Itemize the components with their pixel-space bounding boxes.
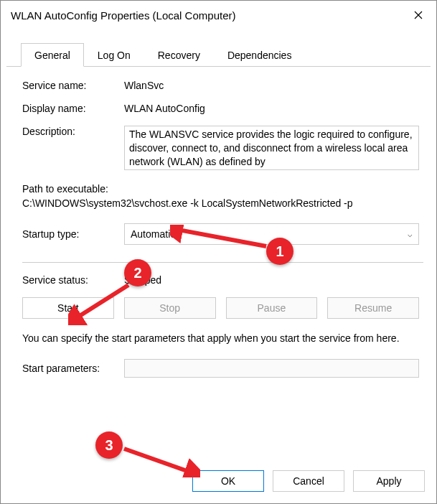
annotation-badge-2: 2 [124, 259, 151, 286]
ok-button[interactable]: OK [192, 470, 264, 492]
divider [22, 262, 423, 263]
display-name-label: Display name: [22, 103, 124, 114]
resume-button: Resume [327, 297, 419, 319]
service-name-label: Service name: [22, 80, 124, 91]
window-title: WLAN AutoConfig Properties (Local Comput… [11, 9, 402, 22]
display-name-value: WLAN AutoConfig [124, 103, 419, 114]
chevron-down-icon: ⌵ [408, 230, 413, 239]
pause-button: Pause [226, 297, 318, 319]
description-label: Description: [22, 126, 124, 137]
service-name-value: WlanSvc [124, 80, 419, 91]
dialog-footer: OK Cancel Apply [1, 460, 436, 503]
start-params-input[interactable] [124, 359, 419, 378]
tab-strip: General Log On Recovery Dependencies [6, 29, 431, 67]
stop-button: Stop [124, 297, 216, 319]
annotation-badge-3: 3 [95, 431, 123, 459]
properties-dialog: WLAN AutoConfig Properties (Local Comput… [0, 0, 437, 504]
apply-button[interactable]: Apply [353, 470, 425, 492]
startup-type-value: Automatic [131, 228, 175, 240]
startup-type-label: Startup type: [22, 228, 124, 240]
help-text: You can specify the start parameters tha… [22, 332, 419, 346]
tab-content: Service name: WlanSvc Display name: WLAN… [1, 67, 436, 460]
start-button[interactable]: Start [22, 297, 114, 319]
titlebar: WLAN AutoConfig Properties (Local Comput… [1, 1, 436, 29]
tab-recovery[interactable]: Recovery [144, 43, 214, 67]
service-status-label: Service status: [22, 274, 124, 286]
close-icon [414, 11, 423, 19]
path-value: C:\WINDOWS\system32\svchost.exe -k Local… [22, 197, 419, 209]
tab-dependencies[interactable]: Dependencies [214, 43, 306, 67]
tab-general[interactable]: General [21, 43, 84, 67]
cancel-button[interactable]: Cancel [273, 470, 344, 492]
description-box[interactable]: The WLANSVC service provides the logic r… [124, 126, 419, 170]
tab-logon[interactable]: Log On [84, 43, 144, 67]
start-params-label: Start parameters: [22, 363, 124, 374]
close-button[interactable] [402, 1, 435, 29]
path-label: Path to executable: [22, 183, 419, 195]
annotation-badge-1: 1 [266, 238, 293, 265]
